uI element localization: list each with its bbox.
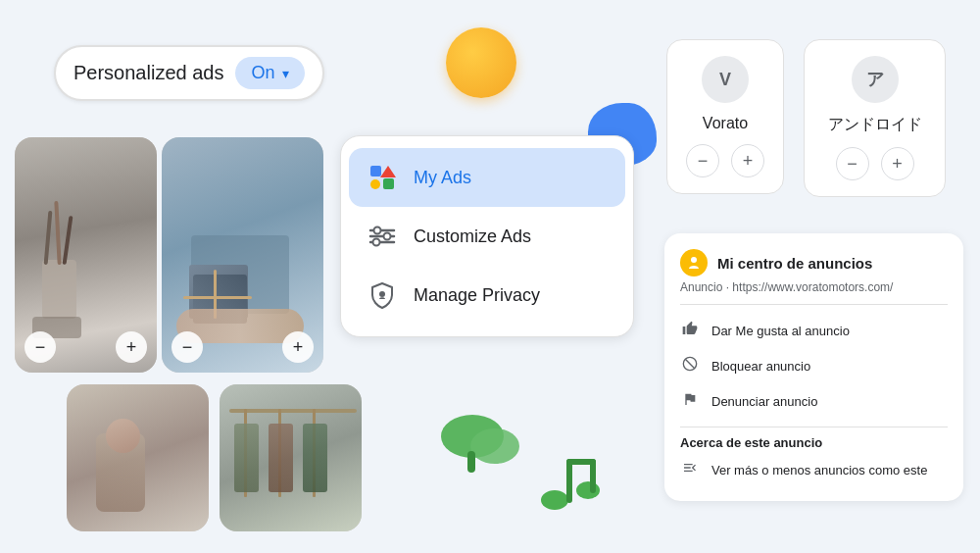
svg-point-10	[370, 179, 380, 189]
svg-point-16	[384, 233, 391, 240]
my-ads-label: My Ads	[414, 168, 471, 188]
svg-rect-8	[370, 166, 381, 176]
vorato-avatar: V	[702, 56, 749, 103]
android-jp-minus-button[interactable]: −	[836, 147, 869, 180]
svg-rect-7	[590, 459, 596, 493]
menu-item-customize-ads[interactable]: Customize Ads	[349, 207, 625, 266]
ad-action-block[interactable]: Bloquear anuncio	[680, 348, 948, 383]
green-note-decoration	[537, 449, 606, 522]
report-icon	[680, 391, 700, 411]
like-icon	[680, 321, 700, 340]
vorato-plus-button[interactable]: +	[731, 144, 764, 177]
photo-card-clothes	[220, 384, 362, 531]
photo-card-tools: − +	[15, 137, 157, 373]
report-label: Denunciar anuncio	[711, 394, 817, 409]
svg-point-20	[691, 257, 697, 263]
card2-plus-button[interactable]: +	[282, 331, 314, 363]
svg-point-15	[374, 227, 381, 234]
manage-privacy-icon	[367, 279, 398, 311]
svg-marker-9	[380, 166, 396, 177]
ad-section-title: Acerca de este anuncio	[680, 435, 948, 450]
lang-card-vorato: V Vorato − +	[666, 39, 784, 194]
green-leaf-decoration	[438, 412, 526, 484]
photo-card-person	[67, 384, 209, 531]
svg-rect-2	[467, 451, 475, 473]
menu-dropdown: My Ads Customize Ads Manage Privacy	[340, 135, 634, 337]
like-label: Dar Me gusta al anuncio	[711, 324, 850, 338]
card1-plus-button[interactable]: +	[116, 331, 147, 363]
svg-point-1	[470, 428, 519, 464]
android-jp-avatar: ア	[852, 56, 899, 103]
svg-line-22	[685, 359, 694, 368]
ads-status-text: On	[251, 63, 274, 83]
manage-privacy-label: Manage Privacy	[414, 285, 540, 306]
ads-toggle[interactable]: Personalized ads On ▾	[54, 45, 324, 101]
menu-item-manage-privacy[interactable]: Manage Privacy	[349, 266, 625, 325]
ad-center-subtitle: Anuncio · https://www.voratomotors.com/	[680, 280, 948, 294]
ad-action-like[interactable]: Dar Me gusta al anuncio	[680, 313, 948, 348]
block-icon	[680, 356, 700, 376]
ad-action-report[interactable]: Denunciar anuncio	[680, 383, 948, 419]
ads-toggle-label: Personalized ads	[74, 62, 223, 84]
divider-2	[680, 427, 948, 427]
vorato-name: Vorato	[703, 115, 748, 132]
ad-center-icon	[680, 249, 708, 276]
ads-toggle-status[interactable]: On ▾	[235, 57, 305, 89]
ad-action-more-less[interactable]: Ver más o menos anuncios como este	[680, 454, 948, 485]
more-less-label: Ver más o menos anuncios como este	[711, 463, 927, 478]
svg-point-3	[541, 490, 568, 510]
lang-card-android-jp: ア アンドロイド − +	[804, 39, 946, 197]
android-jp-name: アンドロイド	[828, 115, 922, 135]
customize-ads-label: Customize Ads	[414, 226, 531, 247]
card2-minus-button[interactable]: −	[172, 331, 203, 363]
ads-dropdown-arrow: ▾	[282, 66, 289, 81]
more-less-icon	[680, 460, 700, 479]
svg-rect-5	[566, 459, 572, 503]
my-ads-icon	[367, 162, 398, 193]
svg-rect-11	[383, 178, 394, 189]
photo-card-gift: − +	[162, 137, 323, 373]
svg-point-17	[373, 239, 380, 246]
card1-minus-button[interactable]: −	[24, 331, 56, 363]
block-label: Bloquear anuncio	[711, 359, 810, 374]
divider-1	[680, 304, 948, 305]
customize-ads-icon	[367, 221, 398, 252]
orange-ball-decoration	[446, 27, 516, 98]
svg-point-18	[379, 291, 385, 297]
svg-point-4	[576, 481, 600, 499]
ad-center-title: Mi centro de anuncios	[717, 255, 872, 272]
ad-center-panel: Mi centro de anuncios Anuncio · https://…	[664, 233, 963, 501]
android-jp-plus-button[interactable]: +	[881, 147, 914, 180]
vorato-minus-button[interactable]: −	[686, 144, 719, 177]
menu-item-my-ads[interactable]: My Ads	[349, 148, 625, 207]
